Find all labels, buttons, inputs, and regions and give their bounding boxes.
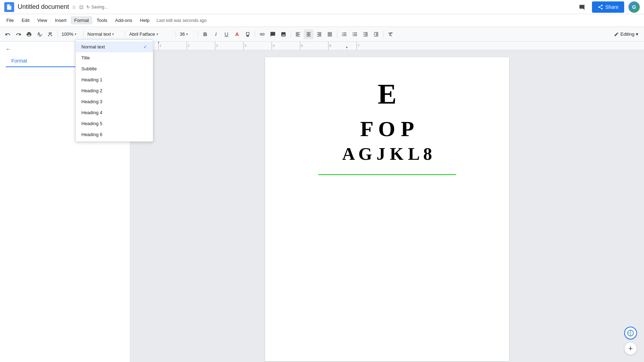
comments-button[interactable] [576, 1, 588, 13]
editing-button[interactable]: Editing ▾ [611, 30, 641, 38]
doc-title[interactable]: Untitled document [18, 3, 69, 11]
sep7 [291, 31, 291, 38]
style-arrow-icon: ▾ [112, 32, 114, 36]
doc-content: E F O P A G J K L 8 [293, 78, 481, 175]
italic-button[interactable]: I [211, 29, 221, 39]
comment-button[interactable] [268, 29, 278, 39]
svg-text:1: 1 [160, 44, 161, 47]
ruler: 1 1 2 3 4 5 6 7 [130, 42, 644, 50]
align-right-button[interactable] [314, 29, 324, 39]
title-right: Share G [576, 1, 640, 13]
back-arrow-icon: ← [6, 46, 11, 52]
avatar[interactable]: G [628, 1, 640, 13]
sep5 [198, 31, 198, 38]
menu-tools[interactable]: Tools [93, 16, 111, 24]
menu-help[interactable]: Help [137, 16, 153, 24]
nt-heading3[interactable]: Heading 3 [76, 96, 153, 107]
menu-bar: File Edit View Insert Format Tools Add-o… [0, 14, 644, 27]
menu-addons[interactable]: Add-ons [111, 16, 136, 24]
align-center-button[interactable] [304, 29, 314, 39]
nt-heading5[interactable]: Heading 5 [76, 118, 153, 129]
share-label: Share [605, 4, 619, 10]
doc-page: E F O P A G J K L 8 [265, 57, 509, 361]
size-value: 36 [180, 31, 185, 37]
undo-button[interactable] [3, 29, 13, 39]
sep6 [255, 31, 255, 38]
doc-area[interactable]: E F O P A G J K L 8 [130, 50, 644, 362]
menu-edit[interactable]: Edit [18, 16, 33, 24]
nt-title[interactable]: Title [76, 52, 153, 63]
svg-text:7: 7 [358, 44, 360, 47]
font-value: Abril Fatface [129, 31, 155, 37]
svg-text:1: 1 [188, 44, 190, 47]
redo-button[interactable] [13, 29, 23, 39]
zoom-select[interactable]: 100% ▾ [60, 29, 81, 39]
svg-marker-17 [346, 46, 347, 48]
nt-normal[interactable]: Normal text ✓ [76, 41, 153, 52]
ordered-list-button[interactable] [339, 29, 349, 39]
font-arrow-icon: ▾ [156, 32, 158, 36]
checkmark-icon: ✓ [143, 44, 147, 49]
print-button[interactable] [24, 29, 34, 39]
last-edit-status: Last edit was seconds ago [157, 18, 207, 23]
green-divider [318, 174, 456, 175]
size-select[interactable]: 36 ▾ [178, 29, 196, 39]
menu-file[interactable]: File [3, 16, 17, 24]
text-color-button[interactable]: A [232, 29, 242, 39]
add-button[interactable]: + [624, 342, 637, 355]
sep4 [176, 31, 176, 38]
align-left-button[interactable] [293, 29, 303, 39]
svg-text:2: 2 [216, 44, 218, 47]
normal-text-dropdown: Normal text ✓ Title Subtitle Heading 1 H… [75, 40, 153, 142]
doc-title-row: Untitled document ☆ ⊡ ↻ Saving... [18, 3, 576, 11]
star-icon[interactable]: ☆ [72, 4, 76, 10]
ruler-inner: 1 1 2 3 4 5 6 7 [130, 42, 644, 50]
bold-button[interactable]: B [200, 29, 210, 39]
bottom-right-actions: + [624, 327, 637, 355]
link-button[interactable] [257, 29, 267, 39]
align-justify-button[interactable] [325, 29, 335, 39]
nt-heading2[interactable]: Heading 2 [76, 85, 153, 96]
editing-label: Editing [620, 31, 634, 37]
nt-subtitle[interactable]: Subtitle [76, 63, 153, 74]
nt-heading4[interactable]: Heading 4 [76, 107, 153, 118]
spellcheck-button[interactable] [35, 29, 45, 39]
font-select[interactable]: Abril Fatface ▾ [127, 29, 173, 39]
decrease-indent-button[interactable] [361, 29, 370, 39]
menu-format[interactable]: Format [71, 16, 92, 24]
gemini-button[interactable] [624, 327, 637, 339]
eye-chart-row-1: E [293, 78, 481, 110]
sep2 [83, 31, 84, 38]
sep1 [57, 31, 58, 38]
clear-format-button[interactable] [386, 29, 396, 39]
highlight-button[interactable] [243, 29, 253, 39]
nt-heading1[interactable]: Heading 1 [76, 74, 153, 85]
zoom-arrow-icon: ▾ [75, 32, 76, 36]
svg-text:4: 4 [273, 44, 275, 47]
svg-text:5: 5 [301, 44, 303, 47]
svg-text:3: 3 [245, 44, 246, 47]
style-select[interactable]: Normal text ▾ [86, 29, 123, 39]
sep3 [125, 31, 125, 38]
increase-indent-button[interactable] [371, 29, 381, 39]
menu-view[interactable]: View [34, 16, 51, 24]
unordered-list-button[interactable] [350, 29, 360, 39]
title-area: Untitled document ☆ ⊡ ↻ Saving... [18, 3, 576, 11]
editing-arrow-icon: ▾ [636, 31, 638, 37]
saving-status: ↻ Saving... [86, 5, 108, 10]
size-arrow-icon: ▾ [186, 32, 188, 36]
toolbar-right: Editing ▾ [611, 30, 641, 38]
share-button[interactable]: Share [592, 1, 624, 13]
paint-format-button[interactable] [45, 29, 55, 39]
title-bar: Untitled document ☆ ⊡ ↻ Saving... Share … [0, 0, 644, 14]
eye-chart-row-3: A G J K L 8 [293, 144, 481, 164]
menu-insert[interactable]: Insert [51, 16, 70, 24]
svg-marker-16 [158, 42, 159, 44]
underline-button[interactable]: U [222, 29, 231, 39]
folder-icon[interactable]: ⊡ [79, 4, 84, 10]
sep9 [383, 31, 384, 38]
docs-logo-icon [4, 2, 14, 12]
nt-heading6[interactable]: Heading 6 [76, 129, 153, 140]
image-button[interactable] [278, 29, 288, 39]
svg-text:6: 6 [329, 44, 331, 47]
